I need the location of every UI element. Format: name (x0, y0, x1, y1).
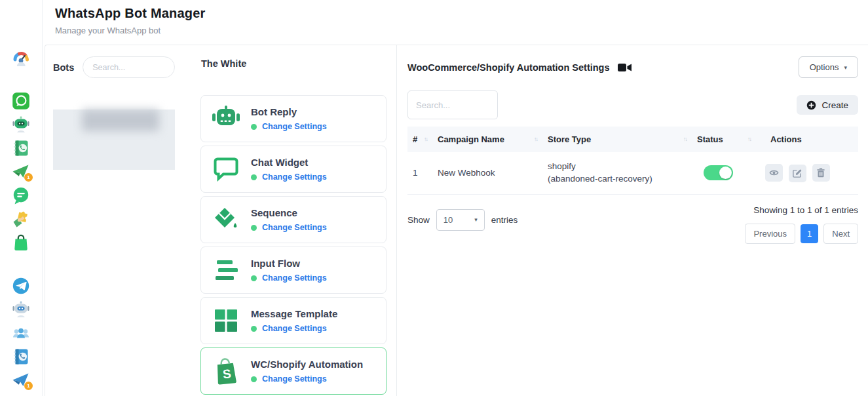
store-bag-icon (12, 233, 30, 252)
module-card-input-flow[interactable]: Input Flow Change Settings (200, 247, 387, 294)
page-size-control: Show 10 ▾ entries (407, 209, 518, 231)
table-header-row: #↑↓ Campaign Name↑↓ Store Type↑↓ Status↑… (407, 127, 858, 152)
selected-bot-name: The White (201, 58, 387, 69)
bot-name-redacted (82, 109, 159, 131)
row-campaign-name: New Webhook (432, 152, 542, 194)
modules-panel: The White (191, 45, 396, 396)
campaign-badge: 1 (24, 173, 33, 182)
module-cards: Bot Reply Change Settings (200, 95, 387, 395)
col-status[interactable]: Status↑↓ (692, 127, 756, 152)
whatsapp-chat-icon (12, 186, 30, 205)
integration-puzzle-icon (12, 210, 30, 228)
telegram-groups-icon (12, 324, 30, 342)
table-search-input[interactable] (407, 90, 498, 119)
sort-icon: ↑↓ (534, 136, 537, 142)
nav-integration[interactable] (12, 210, 30, 228)
settings-title: WooCommerce/Shopify Automation Settings (407, 62, 610, 73)
page-subtitle: Manage your WhatsApp bot (55, 26, 868, 35)
grid-icon (211, 308, 241, 333)
nav-dashboard[interactable] (12, 49, 30, 67)
module-card-message-template[interactable]: Message Template Change Settings (200, 297, 387, 344)
module-card-wc-shopify-automation[interactable]: S WC/Shopify Automation Change Settings (200, 347, 387, 395)
status-dot-icon (251, 124, 257, 130)
nav-telegram-contacts[interactable] (12, 347, 30, 366)
nav-store[interactable] (12, 233, 30, 252)
paint-bucket-icon (211, 207, 241, 233)
nav-whatsapp-bot[interactable] (12, 115, 30, 134)
nav-whatsapp-contacts[interactable] (12, 139, 30, 157)
status-dot-icon (251, 225, 257, 231)
module-title: Sequence (251, 207, 327, 218)
video-tutorial-icon[interactable] (618, 63, 632, 72)
telegram-icon (12, 277, 30, 295)
whatsapp-contacts-icon (12, 139, 30, 157)
create-button[interactable]: Create (797, 95, 858, 115)
status-dot-icon (251, 326, 257, 332)
board: Bots The White (45, 45, 868, 396)
change-settings-link[interactable]: Change Settings (251, 172, 327, 182)
table-toolbar: Create (407, 90, 858, 119)
status-dot-icon (251, 376, 257, 382)
delete-button[interactable] (812, 164, 830, 182)
svg-text:S: S (222, 366, 232, 381)
page-number-active[interactable]: 1 (801, 224, 818, 243)
status-dot-icon (251, 275, 257, 281)
robot-icon (211, 106, 241, 132)
eye-icon (769, 168, 779, 178)
next-page-button[interactable]: Next (823, 224, 858, 244)
table-footer: Show 10 ▾ entries Showing 1 to 1 of 1 en… (407, 204, 858, 244)
telegram-bot-icon (12, 300, 30, 319)
automation-table: #↑↓ Campaign Name↑↓ Store Type↑↓ Status↑… (407, 127, 858, 195)
toggle-knob (719, 167, 732, 179)
nav-telegram-bot[interactable] (12, 300, 30, 319)
module-title: WC/Shopify Automation (251, 359, 363, 370)
campaign-badge: 1 (24, 382, 33, 390)
view-button[interactable] (765, 164, 783, 182)
change-settings-link[interactable]: Change Settings (251, 374, 363, 384)
options-button[interactable]: Options ▾ (799, 56, 858, 78)
edit-icon (793, 168, 802, 178)
bots-panel: Bots (45, 45, 191, 396)
show-label: Show (407, 215, 430, 225)
previous-page-button[interactable]: Previous (745, 224, 795, 244)
bots-search-input[interactable] (83, 56, 175, 78)
page-size-select[interactable]: 10 ▾ (436, 209, 485, 231)
sort-icon: ↑↓ (683, 136, 687, 142)
col-store-type[interactable]: Store Type↑↓ (542, 127, 692, 152)
module-card-chat-widget[interactable]: Chat Widget Change Settings (200, 146, 387, 193)
app-window: 1 (0, 0, 868, 396)
row-actions (756, 152, 858, 194)
change-settings-link[interactable]: Change Settings (251, 273, 327, 283)
col-index[interactable]: #↑↓ (407, 127, 432, 152)
col-campaign-name[interactable]: Campaign Name↑↓ (432, 127, 542, 152)
module-title: Chat Widget (251, 157, 327, 168)
page-title: WhatsApp Bot Manager (55, 6, 868, 21)
chat-bubble-outline-icon (211, 157, 241, 182)
bots-panel-title: Bots (53, 62, 74, 73)
row-status (692, 152, 756, 194)
edit-button[interactable] (789, 165, 806, 182)
nav-telegram-groups[interactable] (12, 324, 30, 342)
module-title: Bot Reply (251, 106, 327, 117)
module-card-sequence[interactable]: Sequence Change Settings (200, 196, 387, 243)
nav-whatsapp[interactable] (12, 92, 30, 110)
sidebar: 1 (0, 0, 43, 396)
caret-down-icon: ▾ (474, 216, 478, 223)
module-title: Message Template (251, 308, 337, 319)
shopify-bag-icon: S (211, 357, 241, 386)
page-header: WhatsApp Bot Manager Manage your WhatsAp… (43, 0, 868, 45)
change-settings-link[interactable]: Change Settings (251, 223, 327, 232)
bot-list-item-selected[interactable] (53, 109, 175, 170)
nav-telegram[interactable] (12, 277, 30, 295)
nav-telegram-campaign[interactable]: 1 (12, 371, 30, 389)
plus-circle-icon (806, 100, 816, 110)
nav-whatsapp-chat[interactable] (12, 186, 30, 205)
change-settings-link[interactable]: Change Settings (251, 122, 327, 131)
change-settings-link[interactable]: Change Settings (251, 324, 337, 333)
status-toggle[interactable] (704, 165, 733, 180)
showing-entries-text: Showing 1 to 1 of 1 entries (753, 205, 858, 215)
pagination: Previous 1 Next (745, 224, 858, 244)
nav-whatsapp-campaign[interactable]: 1 (12, 163, 30, 181)
module-card-bot-reply[interactable]: Bot Reply Change Settings (200, 95, 387, 142)
whatsapp-bot-icon (12, 115, 30, 134)
